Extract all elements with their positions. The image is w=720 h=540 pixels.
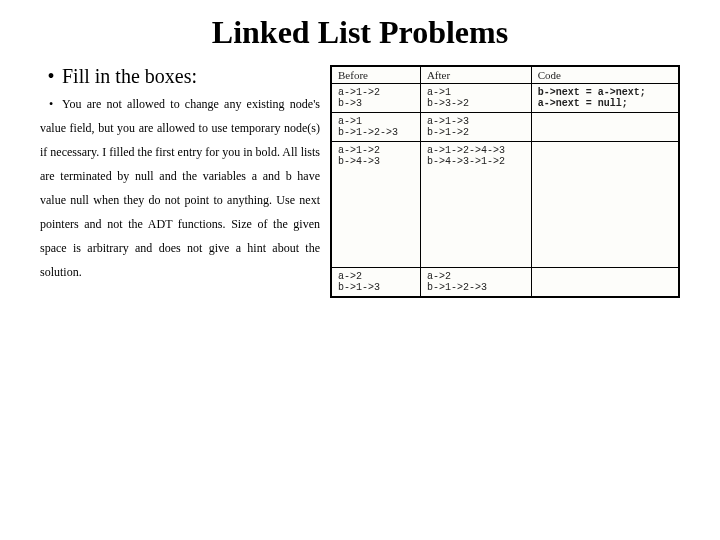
table-row: a->1->2 b->4->3a->1->2->4->3 b->4->3->1-… [332, 142, 679, 268]
problem-table: Before After Code a->1->2 b->3a->1 b->3-… [331, 66, 679, 297]
table-row: a->1->2 b->3a->1 b->3->2b->next = a->nex… [332, 84, 679, 113]
slide: Linked List Problems • Fill in the boxes… [0, 0, 720, 540]
content-columns: • Fill in the boxes: •You are not allowe… [40, 65, 680, 298]
table-header-row: Before After Code [332, 67, 679, 84]
cell-before: a->1->2 b->4->3 [332, 142, 421, 268]
bullet-main: • Fill in the boxes: [40, 65, 320, 88]
bullet-dot: • [40, 65, 62, 88]
instruction-text: You are not allowed to change any existi… [40, 97, 320, 279]
cell-before: a->1->2 b->3 [332, 84, 421, 113]
cell-after: a->1->2->4->3 b->4->3->1->2 [420, 142, 531, 268]
cell-after: a->2 b->1->2->3 [420, 268, 531, 297]
bullet-main-text: Fill in the boxes: [62, 65, 197, 88]
cell-code [531, 268, 678, 297]
cell-code [531, 142, 678, 268]
cell-after: a->1->3 b->1->2 [420, 113, 531, 142]
problem-table-container: Before After Code a->1->2 b->3a->1 b->3-… [330, 65, 680, 298]
page-title: Linked List Problems [40, 14, 680, 51]
instruction-block: •You are not allowed to change any exist… [40, 92, 320, 284]
cell-before: a->1 b->1->2->3 [332, 113, 421, 142]
cell-code: b->next = a->next; a->next = null; [531, 84, 678, 113]
cell-before: a->2 b->1->3 [332, 268, 421, 297]
left-column: • Fill in the boxes: •You are not allowe… [40, 65, 330, 284]
bullet-dot-small: • [40, 92, 62, 116]
cell-code [531, 113, 678, 142]
table-body: a->1->2 b->3a->1 b->3->2b->next = a->nex… [332, 84, 679, 297]
col-after: After [420, 67, 531, 84]
table-row: a->1 b->1->2->3a->1->3 b->1->2 [332, 113, 679, 142]
col-code: Code [531, 67, 678, 84]
table-row: a->2 b->1->3a->2 b->1->2->3 [332, 268, 679, 297]
col-before: Before [332, 67, 421, 84]
cell-after: a->1 b->3->2 [420, 84, 531, 113]
